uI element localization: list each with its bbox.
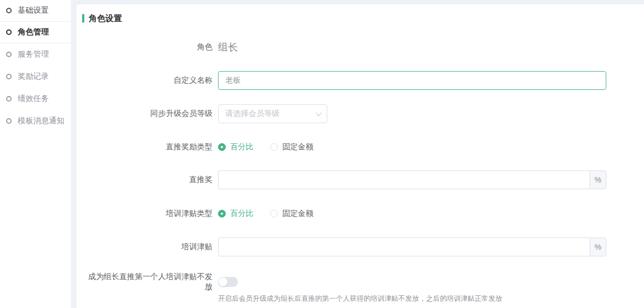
direct-reward-type-label: 直推奖励类型 [82,142,212,152]
radio-selected-icon [218,143,226,151]
percent-suffix: % [590,170,606,189]
role-label: 角色 [82,42,212,52]
direct-reward-label: 直推奖 [82,175,212,185]
circle-icon [6,29,12,35]
title-accent-bar [82,14,84,23]
sidebar-item-reward-records[interactable]: 奖励记录 [0,65,71,88]
form-row-hint: 开启后会员升级成为组长后直推的第一个人获得的培训津贴不发放，之后的培训津贴正常发… [82,294,644,304]
section-title: 角色设置 [82,12,644,24]
direct-reward-input-group: % [218,170,606,189]
radio-percentage[interactable]: 百分比 [218,209,253,219]
main-content-card: 角色设置 角色 组长 自定义名称 同步升级会员等级 请选择会员等级 直推奖励类型 [77,4,644,308]
radio-fixed-amount[interactable]: 固定金额 [270,142,313,152]
circle-icon [6,52,12,57]
training-allowance-type-label: 培训津贴类型 [82,209,212,219]
radio-label: 固定金额 [282,209,313,219]
sidebar-item-template-message-notice[interactable]: 模板消息通知 [0,110,71,132]
form-row-training-allowance-type: 培训津贴类型 百分比 固定金额 [82,209,644,219]
direct-reward-input[interactable] [218,170,590,189]
sidebar-item-label: 基础设置 [18,6,49,16]
form-row-custom-name: 自定义名称 [82,71,644,90]
circle-icon [6,8,12,13]
circle-icon [6,74,12,79]
radio-unselected-icon [270,143,278,151]
sidebar-item-role-management[interactable]: 角色管理 [0,22,71,43]
sidebar-item-basic-settings[interactable]: 基础设置 [0,0,71,22]
training-allowance-input[interactable] [218,238,590,256]
circle-icon [6,118,12,124]
radio-percentage[interactable]: 百分比 [218,142,253,152]
radio-fixed-amount[interactable]: 固定金额 [270,209,313,219]
radio-selected-icon [218,210,226,218]
sidebar: 基础设置 角色管理 服务管理 奖励记录 绩效任务 模板消息通知 [0,0,71,308]
page-title: 角色设置 [89,13,122,24]
radio-unselected-icon [270,210,278,218]
training-allowance-type-radio-group: 百分比 固定金额 [218,209,330,219]
radio-label: 固定金额 [282,142,313,152]
select-placeholder: 请选择会员等级 [225,109,280,119]
form-row-sync-level: 同步升级会员等级 请选择会员等级 [82,104,644,123]
sidebar-item-label: 角色管理 [18,27,49,37]
percent-suffix: % [590,238,606,256]
sidebar-item-label: 绩效任务 [18,94,49,104]
toggle-knob [219,277,227,286]
radio-label: 百分比 [230,142,253,152]
toggle-hint-text: 开启后会员升级成为组长后直推的第一个人获得的培训津贴不发放，之后的培训津贴正常发… [218,294,503,304]
app-layout: 基础设置 角色管理 服务管理 奖励记录 绩效任务 模板消息通知 角色设置 [0,0,644,308]
circle-icon [6,96,12,102]
chevron-down-icon [316,110,322,116]
sidebar-item-label: 模板消息通知 [18,116,64,126]
direct-reward-type-radio-group: 百分比 固定金额 [218,142,330,152]
training-allowance-label: 培训津贴 [82,242,212,252]
sidebar-item-label: 服务管理 [18,49,49,59]
sync-level-label: 同步升级会员等级 [82,109,212,119]
form-row-role: 角色 组长 [82,40,644,54]
sidebar-item-service-management[interactable]: 服务管理 [0,43,71,65]
custom-name-input[interactable] [218,71,606,90]
sidebar-item-performance-tasks[interactable]: 绩效任务 [0,88,71,110]
form-row-direct-reward-type: 直推奖励类型 百分比 固定金额 [82,142,644,152]
role-value: 组长 [218,41,238,54]
form-row-training-allowance: 培训津贴 % [82,238,644,256]
sidebar-item-label: 奖励记录 [18,72,49,82]
first-person-toggle-label: 成为组长直推第一个人培训津贴不发放 [82,272,212,292]
member-level-select[interactable]: 请选择会员等级 [218,104,327,123]
custom-name-label: 自定义名称 [82,75,212,85]
radio-label: 百分比 [230,209,253,219]
form-row-direct-reward: 直推奖 % [82,170,644,189]
training-allowance-input-group: % [218,238,606,256]
form-row-first-person-toggle: 成为组长直推第一个人培训津贴不发放 [82,276,644,287]
first-person-toggle-switch[interactable] [218,277,238,287]
